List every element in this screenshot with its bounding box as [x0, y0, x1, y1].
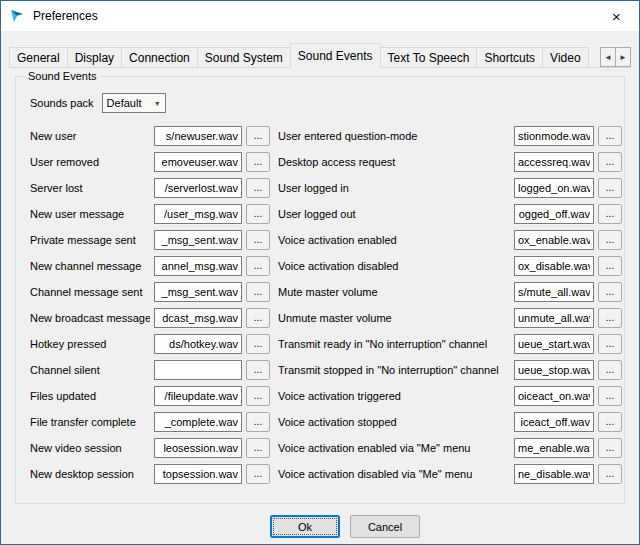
sound-event-label: Hotkey pressed — [30, 338, 150, 350]
sound-event-file-input[interactable] — [154, 412, 242, 432]
sound-event-file-input[interactable] — [514, 178, 594, 198]
browse-button[interactable]: ... — [598, 464, 622, 484]
sound-event-file-input[interactable] — [154, 282, 242, 302]
ok-button[interactable]: Ok — [270, 515, 340, 538]
browse-button[interactable]: ... — [246, 438, 270, 458]
sound-event-file-input[interactable] — [154, 178, 242, 198]
sound-event-file-input[interactable] — [514, 230, 594, 250]
sound-event-file-input[interactable] — [154, 256, 242, 276]
sound-event-file-input[interactable] — [514, 152, 594, 172]
browse-button[interactable]: ... — [246, 412, 270, 432]
sound-event-label: User removed — [30, 156, 150, 168]
tab-shortcuts[interactable]: Shortcuts — [476, 47, 543, 67]
sound-event-file-input[interactable] — [154, 308, 242, 328]
arrow-right-icon: ► — [619, 53, 627, 62]
sound-event-label: Server lost — [30, 182, 150, 194]
close-button[interactable]: × — [594, 1, 639, 31]
sound-event-label: User logged out — [278, 208, 510, 220]
sound-event-file-input[interactable] — [514, 126, 594, 146]
chevron-down-icon: ▼ — [154, 100, 161, 107]
browse-button[interactable]: ... — [246, 230, 270, 250]
tab-display[interactable]: Display — [67, 47, 122, 67]
sound-event-file-input[interactable] — [514, 334, 594, 354]
app-logo-icon — [9, 7, 27, 25]
sounds-pack-row: Sounds pack Default ▼ — [30, 93, 616, 113]
sound-event-label: Voice activation enabled — [278, 234, 510, 246]
browse-button[interactable]: ... — [246, 464, 270, 484]
sound-event-label: Files updated — [30, 390, 150, 402]
browse-button[interactable]: ... — [246, 126, 270, 146]
tab-connection[interactable]: Connection — [121, 47, 198, 67]
sound-event-file-input[interactable] — [154, 360, 242, 380]
tab-scroll-right-button[interactable]: ► — [615, 47, 631, 67]
browse-button[interactable]: ... — [246, 360, 270, 380]
tab-text-to-speech[interactable]: Text To Speech — [380, 47, 478, 67]
sound-event-file-input[interactable] — [514, 282, 594, 302]
sound-events-page: Sound Events Sounds pack Default ▼ New u… — [9, 67, 631, 544]
browse-button[interactable]: ... — [246, 308, 270, 328]
sound-event-file-input[interactable] — [514, 438, 594, 458]
sound-event-label: Mute master volume — [278, 286, 510, 298]
cancel-button[interactable]: Cancel — [350, 515, 420, 538]
sound-event-file-input[interactable] — [154, 334, 242, 354]
sound-events-column-left: New user...User removed...Server lost...… — [30, 123, 270, 487]
browse-button[interactable]: ... — [246, 204, 270, 224]
sound-event-file-input[interactable] — [514, 386, 594, 406]
window-title: Preferences — [33, 9, 98, 23]
sound-event-file-input[interactable] — [154, 438, 242, 458]
sound-event-label: File transfer complete — [30, 416, 150, 428]
sound-event-file-input[interactable] — [154, 152, 242, 172]
browse-button[interactable]: ... — [246, 152, 270, 172]
sound-event-label: User entered question-mode — [278, 130, 510, 142]
browse-button[interactable]: ... — [246, 386, 270, 406]
browse-button[interactable]: ... — [598, 256, 622, 276]
browse-button[interactable]: ... — [598, 152, 622, 172]
browse-button[interactable]: ... — [246, 178, 270, 198]
sound-event-file-input[interactable] — [514, 256, 594, 276]
tab-scroll-left-button[interactable]: ◄ — [600, 47, 616, 67]
sound-event-label: Unmute master volume — [278, 312, 510, 324]
dialog-footer: Ok Cancel — [9, 515, 631, 538]
sounds-pack-label: Sounds pack — [30, 97, 94, 109]
browse-button[interactable]: ... — [598, 360, 622, 380]
browse-button[interactable]: ... — [598, 204, 622, 224]
sounds-pack-select[interactable]: Default ▼ — [102, 93, 166, 113]
sound-event-file-input[interactable] — [154, 126, 242, 146]
sound-event-file-input[interactable] — [514, 412, 594, 432]
tab-general[interactable]: General — [9, 47, 68, 67]
sound-event-file-input[interactable] — [514, 464, 594, 484]
sound-event-file-input[interactable] — [154, 464, 242, 484]
sound-event-label: Voice activation disabled via "Me" menu — [278, 468, 510, 480]
close-icon: × — [612, 8, 621, 25]
sound-event-file-input[interactable] — [154, 230, 242, 250]
browse-button[interactable]: ... — [598, 308, 622, 328]
browse-button[interactable]: ... — [598, 230, 622, 250]
browse-button[interactable]: ... — [598, 412, 622, 432]
sound-event-file-input[interactable] — [154, 204, 242, 224]
browse-button[interactable]: ... — [598, 282, 622, 302]
browse-button[interactable]: ... — [598, 178, 622, 198]
sound-event-label: Transmit stopped in "No interruption" ch… — [278, 364, 510, 376]
sound-event-file-input[interactable] — [514, 308, 594, 328]
sound-event-label: Channel silent — [30, 364, 150, 376]
browse-button[interactable]: ... — [246, 282, 270, 302]
sound-event-label: User logged in — [278, 182, 510, 194]
sound-event-label: Voice activation disabled — [278, 260, 510, 272]
tab-sound-system[interactable]: Sound System — [197, 47, 291, 67]
tabs-viewport: GeneralDisplayConnectionSound SystemSoun… — [9, 43, 601, 68]
sound-event-label: Desktop access request — [278, 156, 510, 168]
browse-button[interactable]: ... — [246, 334, 270, 354]
sound-event-file-input[interactable] — [514, 204, 594, 224]
sound-event-file-input[interactable] — [514, 360, 594, 380]
sounds-pack-value: Default — [107, 97, 142, 109]
browse-button[interactable]: ... — [598, 334, 622, 354]
browse-button[interactable]: ... — [598, 438, 622, 458]
browse-button[interactable]: ... — [598, 126, 622, 146]
browse-button[interactable]: ... — [246, 256, 270, 276]
sound-event-file-input[interactable] — [154, 386, 242, 406]
sound-event-label: New channel message — [30, 260, 150, 272]
sound-events-group: Sound Events Sounds pack Default ▼ New u… — [15, 76, 625, 504]
tab-sound-events[interactable]: Sound Events — [290, 43, 381, 68]
tab-video[interactable]: Video — [542, 47, 588, 67]
browse-button[interactable]: ... — [598, 386, 622, 406]
